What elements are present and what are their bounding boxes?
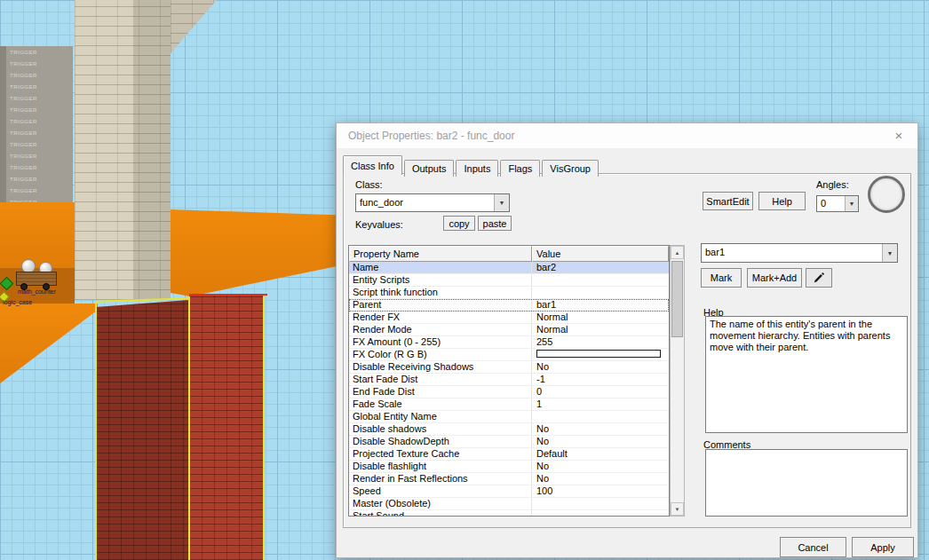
smartedit-button[interactable]: SmartEdit bbox=[703, 192, 753, 210]
property-name-cell: Parent bbox=[349, 299, 532, 311]
close-icon[interactable]: × bbox=[885, 125, 912, 146]
property-value-cell bbox=[532, 349, 669, 360]
property-row[interactable]: Parentbar1 bbox=[349, 299, 669, 312]
red-column-shade bbox=[96, 300, 189, 560]
property-name-cell: Render in Fast Reflections bbox=[349, 473, 532, 485]
property-row[interactable]: Disable ShadowDepthNo bbox=[349, 436, 669, 448]
property-value-cell: No bbox=[532, 423, 669, 435]
help-text-box: The name of this entity's parent in the … bbox=[705, 316, 908, 433]
property-row[interactable]: Fade Scale1 bbox=[349, 398, 669, 411]
property-value-cell: 1 bbox=[532, 398, 669, 410]
copy-button[interactable]: copy bbox=[443, 216, 475, 231]
selection-edge bbox=[188, 296, 190, 560]
selection-edge bbox=[263, 295, 265, 560]
property-row[interactable]: Render ModeNormal bbox=[349, 324, 669, 336]
apply-button[interactable]: Apply bbox=[852, 537, 914, 557]
property-row[interactable]: Master (Obsolete) bbox=[349, 498, 669, 510]
class-combobox-value: func_door bbox=[360, 197, 403, 208]
value-header[interactable]: Value bbox=[532, 246, 669, 262]
property-name-cell: FX Amount (0 - 255) bbox=[349, 336, 532, 348]
property-table-body: Namebar2Entity ScriptsScript think funct… bbox=[349, 262, 669, 516]
tab-inputs[interactable]: Inputs bbox=[456, 160, 498, 177]
property-row[interactable]: Namebar2 bbox=[349, 262, 669, 274]
orange-floor-left bbox=[0, 202, 75, 268]
selection-edge bbox=[95, 302, 97, 560]
property-name-cell: Render FX bbox=[349, 312, 532, 323]
eyedropper-icon bbox=[813, 272, 825, 284]
help-button[interactable]: Help bbox=[758, 192, 806, 210]
property-row[interactable]: Script think function bbox=[349, 287, 669, 299]
property-value-cell: bar1 bbox=[532, 299, 669, 311]
property-value-cell bbox=[532, 274, 669, 286]
class-combobox[interactable]: func_door ▼ bbox=[355, 193, 510, 212]
property-name-cell: Projected Texture Cache bbox=[349, 448, 532, 460]
tab-visgroup[interactable]: VisGroup bbox=[542, 160, 599, 177]
paste-button[interactable]: paste bbox=[478, 216, 512, 231]
property-row[interactable]: FX Amount (0 - 255)255 bbox=[349, 336, 669, 349]
property-name-header[interactable]: Property Name bbox=[349, 246, 532, 262]
property-row[interactable]: Disable shadowsNo bbox=[349, 423, 669, 436]
chevron-down-icon[interactable]: ▼ bbox=[494, 194, 509, 211]
property-name-cell: Start Sound bbox=[349, 510, 532, 516]
property-row[interactable]: Speed100 bbox=[349, 485, 669, 498]
property-row[interactable]: Global Entity Name bbox=[349, 411, 669, 423]
entity-name-math-counter: math_counter bbox=[18, 288, 56, 295]
property-value-cell: No bbox=[532, 361, 669, 373]
property-name-cell: Script think function bbox=[349, 287, 532, 298]
tab-outputs[interactable]: Outputs bbox=[404, 160, 455, 177]
property-row[interactable]: Start Fade Dist-1 bbox=[349, 374, 669, 386]
property-row[interactable]: Disable flashlightNo bbox=[349, 461, 669, 473]
color-swatch[interactable] bbox=[536, 350, 661, 358]
property-row[interactable]: Entity Scripts bbox=[349, 274, 669, 287]
white-brick-column bbox=[75, 0, 171, 300]
property-value-cell: bar2 bbox=[532, 262, 669, 273]
property-table-scrollbar[interactable]: ▲ ▼ bbox=[670, 245, 685, 517]
column-shaded-face bbox=[133, 0, 171, 300]
property-row[interactable]: Disable Receiving ShadowsNo bbox=[349, 361, 669, 374]
tab-class-info[interactable]: Class Info bbox=[343, 155, 402, 175]
chevron-down-icon[interactable]: ▼ bbox=[845, 196, 858, 211]
property-name-cell: Disable Receiving Shadows bbox=[349, 361, 532, 373]
property-row[interactable]: Projected Texture CacheDefault bbox=[349, 448, 669, 461]
comments-textarea[interactable] bbox=[705, 449, 908, 517]
parent-combobox[interactable]: bar1 ▼ bbox=[701, 243, 898, 263]
angle-dial[interactable] bbox=[868, 176, 905, 213]
cancel-button[interactable]: Cancel bbox=[780, 537, 846, 557]
property-table-header: Property Name Value bbox=[349, 246, 669, 262]
red-brick-column-side bbox=[96, 300, 189, 560]
scrollbar-thumb[interactable] bbox=[671, 261, 683, 337]
eyedropper-button[interactable] bbox=[806, 268, 832, 288]
angles-spinner[interactable]: 0 ▼ bbox=[816, 195, 859, 212]
parent-combobox-value: bar1 bbox=[705, 247, 725, 257]
property-row[interactable]: Start Sound bbox=[349, 510, 669, 516]
property-row[interactable]: Render in Fast ReflectionsNo bbox=[349, 473, 669, 485]
tab-flags[interactable]: Flags bbox=[500, 160, 540, 177]
dialog-titlebar[interactable]: Object Properties: bar2 - func_door × bbox=[337, 123, 917, 148]
property-value-cell: No bbox=[532, 473, 669, 485]
property-name-cell: Disable shadows bbox=[349, 423, 532, 435]
property-name-cell: Fade Scale bbox=[349, 398, 532, 410]
property-value-cell: 255 bbox=[532, 336, 669, 348]
property-name-cell: Disable ShadowDepth bbox=[349, 436, 532, 447]
property-value-cell: Normal bbox=[532, 312, 669, 323]
property-name-cell: Disable flashlight bbox=[349, 461, 532, 472]
hammer-editor-screen: TRIGGERTRIGGERTRIGGERTRIGGERTRIGGERTRIGG… bbox=[0, 0, 929, 560]
mark-add-button[interactable]: Mark+Add bbox=[747, 268, 802, 288]
property-row[interactable]: FX Color (R G B) bbox=[349, 349, 669, 361]
property-value-cell bbox=[532, 510, 669, 516]
white-brick-column-top bbox=[171, 0, 217, 53]
red-brick-column-front bbox=[189, 296, 265, 560]
scroll-up-icon[interactable]: ▲ bbox=[671, 246, 684, 259]
trigger-texture-wall: TRIGGERTRIGGERTRIGGERTRIGGERTRIGGERTRIGG… bbox=[0, 46, 73, 206]
property-row[interactable]: Render FXNormal bbox=[349, 312, 669, 324]
property-name-cell: Name bbox=[349, 262, 532, 273]
chevron-down-icon[interactable]: ▼ bbox=[882, 244, 897, 262]
property-name-cell: Entity Scripts bbox=[349, 274, 532, 286]
scroll-down-icon[interactable]: ▼ bbox=[671, 502, 684, 516]
dialog-title: Object Properties: bar2 - func_door bbox=[348, 123, 514, 148]
mark-button[interactable]: Mark bbox=[701, 268, 742, 288]
property-name-cell: Speed bbox=[349, 485, 532, 497]
property-row[interactable]: End Fade Dist0 bbox=[349, 386, 669, 398]
orange-floor-wedge bbox=[0, 304, 98, 383]
property-value-cell: 100 bbox=[532, 485, 669, 497]
